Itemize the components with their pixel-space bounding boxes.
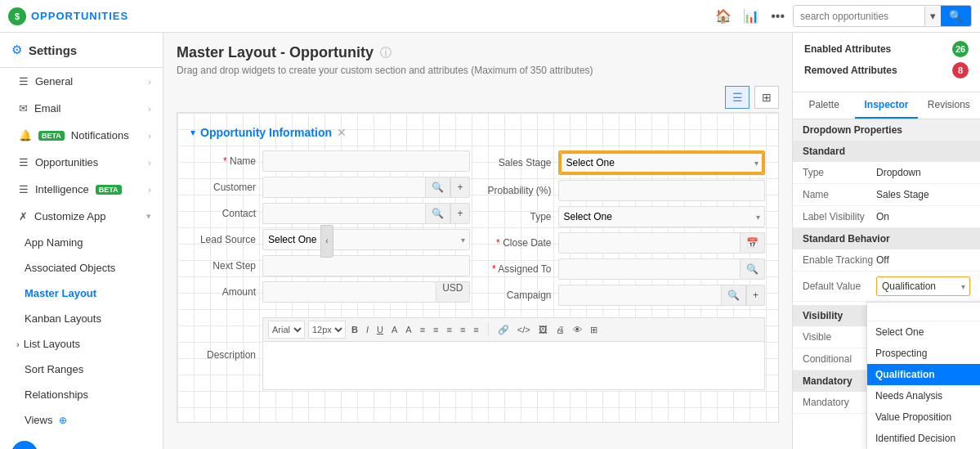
desc-bold-btn[interactable]: B bbox=[349, 323, 360, 336]
sidebar-item-email[interactable]: ✉ Email › bbox=[0, 95, 163, 122]
sidebar-sub-sort-ranges[interactable]: Sort Ranges bbox=[0, 357, 163, 382]
sidebar-item-notifications[interactable]: 🔔 BETA Notifications › bbox=[0, 122, 163, 149]
field-campaign-search-btn[interactable]: 🔍 bbox=[721, 285, 746, 306]
chart-icon[interactable]: 📊 bbox=[743, 8, 759, 24]
desc-align-right-btn[interactable]: ≡ bbox=[445, 323, 454, 336]
tab-revisions[interactable]: Revisions bbox=[918, 92, 980, 119]
desc-font-select[interactable]: Arial bbox=[268, 321, 305, 339]
sidebar-item-customize-app[interactable]: ✗ Customize App ▾ bbox=[0, 203, 163, 230]
desc-code-btn[interactable]: </> bbox=[515, 323, 533, 336]
sidebar-item-general[interactable]: ☰ General › bbox=[0, 68, 163, 95]
prop-label-visibility-value: On bbox=[876, 211, 889, 222]
tab-palette[interactable]: Palette bbox=[793, 92, 855, 119]
dropdown-item-prospecting[interactable]: Prospecting bbox=[867, 343, 980, 364]
section-standard-behavior: Standard Behavior bbox=[793, 228, 980, 249]
dropdown-item-needs-analysis[interactable]: Needs Analysis bbox=[867, 385, 980, 406]
prop-default-value-select[interactable]: Qualification bbox=[876, 276, 970, 296]
dropdown-item-identified-decision[interactable]: Identified Decision bbox=[867, 428, 980, 449]
field-close-date-input[interactable] bbox=[558, 232, 741, 254]
desc-underline-btn[interactable]: U bbox=[374, 323, 386, 336]
desc-print-btn[interactable]: 🖨 bbox=[553, 323, 567, 336]
field-customer-input[interactable] bbox=[262, 177, 425, 198]
field-assigned-to-input[interactable] bbox=[558, 258, 741, 280]
field-customer-add-btn[interactable]: + bbox=[450, 177, 469, 198]
field-campaign-add-btn[interactable]: + bbox=[746, 285, 765, 306]
dropdown-item-qualification[interactable]: Qualification bbox=[867, 364, 980, 385]
beta-badge-intelligence: BETA bbox=[96, 185, 122, 195]
field-assigned-to-label: Assigned To bbox=[486, 263, 552, 275]
field-next-step-input[interactable] bbox=[262, 255, 470, 276]
field-probability-input[interactable] bbox=[558, 180, 766, 201]
dropdown-item-select-one[interactable]: Select One bbox=[867, 321, 980, 343]
sidebar-item-opportunities[interactable]: ☰ Opportunities › bbox=[0, 149, 163, 176]
field-close-date-calendar-btn[interactable]: 📅 bbox=[740, 232, 765, 254]
dropdown-item-value-proposition[interactable]: Value Proposition bbox=[867, 406, 980, 428]
expand-icon: › bbox=[16, 339, 20, 349]
main-header: Master Layout - Opportunity ⓘ bbox=[177, 44, 779, 61]
desc-table-btn[interactable]: ⊞ bbox=[588, 323, 600, 337]
scroll-up-btn[interactable]: ▲ bbox=[11, 441, 38, 449]
field-contact-add-btn[interactable]: + bbox=[450, 203, 469, 224]
sidebar-sub-kanban-layouts[interactable]: Kanban Layouts bbox=[0, 306, 163, 331]
search-dropdown-btn[interactable]: ▾ bbox=[924, 7, 941, 25]
field-type-select[interactable]: Select One bbox=[558, 206, 766, 227]
field-type: Type Select One ▾ bbox=[486, 206, 766, 227]
field-sales-stage-select[interactable]: Select One bbox=[560, 152, 764, 173]
desc-italic-btn[interactable]: I bbox=[364, 323, 371, 336]
more-icon[interactable]: ••• bbox=[771, 9, 785, 24]
sidebar-sub-app-naming[interactable]: App Naming bbox=[0, 230, 163, 255]
search-submit-btn[interactable]: 🔍 bbox=[941, 6, 971, 26]
field-customer-search-btn[interactable]: 🔍 bbox=[425, 177, 450, 198]
field-type-select-wrap: Select One ▾ bbox=[558, 206, 766, 227]
desc-size-select[interactable]: 12px bbox=[308, 321, 346, 339]
field-campaign-input[interactable] bbox=[558, 285, 721, 306]
field-contact-input[interactable] bbox=[262, 203, 425, 224]
add-view-icon[interactable]: ⊕ bbox=[59, 415, 67, 426]
field-amount-label: Amount bbox=[190, 286, 256, 298]
sidebar-collapse-btn[interactable]: ‹ bbox=[320, 225, 333, 258]
sidebar-item-label: Opportunities bbox=[35, 156, 98, 168]
desc-list-btn[interactable]: ≡ bbox=[458, 323, 468, 336]
desc-indent-btn[interactable]: ≡ bbox=[471, 323, 481, 336]
field-name-input[interactable] bbox=[262, 150, 470, 172]
page-title: Master Layout - Opportunity bbox=[177, 44, 374, 61]
field-campaign-label: Campaign bbox=[486, 290, 552, 301]
sidebar-sub-relationships[interactable]: Relationships bbox=[0, 382, 163, 407]
field-lead-source-select[interactable]: Select One bbox=[262, 229, 470, 250]
search-input[interactable] bbox=[794, 7, 924, 25]
sidebar-sub-list-layouts[interactable]: › List Layouts bbox=[0, 331, 163, 357]
desc-align-center-btn[interactable]: ≡ bbox=[431, 323, 441, 336]
desc-color-btn[interactable]: A bbox=[389, 323, 400, 336]
sidebar-sub-associated-objects[interactable]: Associated Objects bbox=[0, 255, 163, 281]
right-panel-top: Enabled Attributes 26 Removed Attributes… bbox=[793, 33, 980, 92]
prop-default-value: Default Value Qualification ▾ bbox=[793, 272, 980, 302]
desc-preview-btn[interactable]: 👁 bbox=[571, 323, 584, 336]
prop-label-visibility-label: Label Visibility bbox=[803, 211, 876, 222]
canvas-grid-view-btn[interactable]: ⊞ bbox=[754, 86, 779, 109]
sidebar-item-label: General bbox=[35, 75, 73, 88]
canvas-list-view-btn[interactable]: ☰ bbox=[725, 86, 750, 109]
right-panel: Enabled Attributes 26 Removed Attributes… bbox=[792, 33, 980, 449]
desc-image-btn[interactable]: 🖼 bbox=[536, 323, 550, 336]
section-toggle-icon[interactable]: ▾ bbox=[190, 127, 195, 138]
dropdown-search-input[interactable] bbox=[872, 306, 980, 317]
home-icon[interactable]: 🏠 bbox=[715, 8, 732, 24]
tab-inspector[interactable]: Inspector bbox=[855, 92, 917, 119]
desc-link-btn[interactable]: 🔗 bbox=[495, 323, 512, 337]
field-close-date-label: Close Date bbox=[486, 237, 552, 249]
description-textarea[interactable] bbox=[262, 341, 765, 390]
canvas-toolbar: ☰ ⊞ bbox=[177, 86, 779, 109]
field-amount-input[interactable] bbox=[262, 281, 436, 303]
sidebar-item-intelligence[interactable]: ☰ Intelligence BETA › bbox=[0, 176, 163, 203]
panel-content: Dropdown Properties Standard Type Dropdo… bbox=[793, 119, 980, 449]
field-assigned-to-search-btn[interactable]: 🔍 bbox=[740, 258, 765, 280]
prop-name-label: Name bbox=[803, 189, 876, 200]
desc-highlight-btn[interactable]: A bbox=[403, 323, 414, 336]
field-contact-search-btn[interactable]: 🔍 bbox=[425, 203, 450, 224]
sidebar-sub-master-layout[interactable]: Master Layout bbox=[0, 281, 163, 306]
sidebar-sub-views[interactable]: Views ⊕ bbox=[0, 407, 163, 433]
section-close-icon[interactable]: ✕ bbox=[337, 126, 347, 139]
field-description-editor: Arial 12px B I U A A ≡ ≡ ≡ ≡ ≡ bbox=[262, 317, 765, 393]
sidebar-item-label: Intelligence bbox=[35, 183, 89, 195]
desc-align-left-btn[interactable]: ≡ bbox=[418, 323, 427, 336]
